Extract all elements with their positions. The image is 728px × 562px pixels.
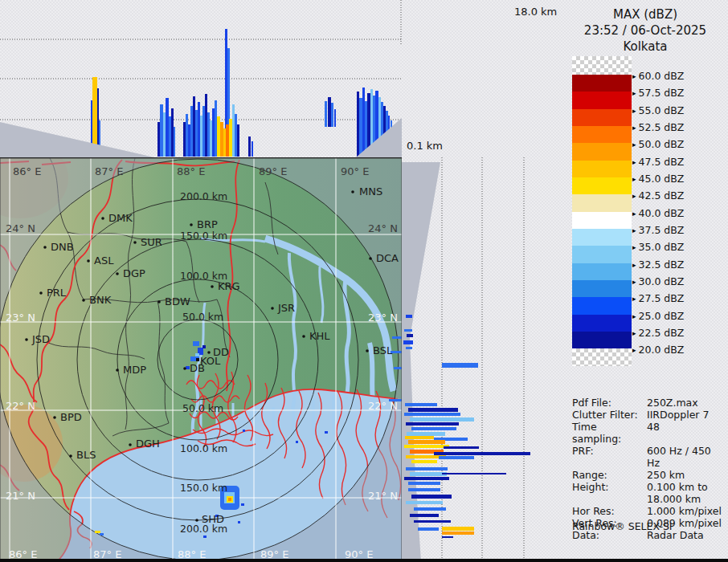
scale-tick-text: 52.5 dBZ — [639, 121, 685, 133]
scale-block — [572, 246, 632, 263]
tick-arrow-icon: ▸ — [632, 192, 636, 200]
city-label-khl: KHL — [309, 330, 330, 342]
radar-display-window: { "header": { "title": "MAX (dBZ)", "dat… — [0, 0, 728, 562]
city-label-mdp: MDP — [123, 364, 146, 376]
ring-label-200s: 200.0 km — [180, 523, 227, 535]
ring-label-150n: 150.0 km — [180, 230, 227, 242]
tick-arrow-icon: ▸ — [632, 329, 636, 337]
scale-tick: ▸42.5 dBZ — [632, 189, 684, 201]
scale-tick: ▸27.5 dBZ — [632, 292, 684, 303]
info-label: PRF: — [572, 445, 647, 469]
lat-label-23n-right: 23° N — [368, 312, 398, 324]
profile-gridlines — [442, 157, 524, 562]
scale-tick-text: 27.5 dBZ — [639, 292, 685, 304]
scale-block — [572, 315, 632, 332]
lat-label-24n-right: 24° N — [368, 222, 398, 234]
scale-tick-text: 57.5 dBZ — [639, 87, 685, 99]
scale-block-below-20 — [572, 348, 632, 366]
info-label: Pdf File: — [572, 397, 647, 409]
info-value: 48 — [647, 421, 726, 445]
scale-tick: ▸45.0 dBZ — [632, 173, 684, 184]
tick-arrow-icon: ▸ — [632, 278, 636, 286]
info-value: 250Z.max — [647, 397, 726, 409]
tick-arrow-icon: ▸ — [632, 312, 636, 320]
lon-label-90e-top: 90° E — [341, 165, 369, 177]
scale-tick-text: 37.5 dBZ — [639, 224, 685, 236]
info-label: Clutter Filter: — [572, 409, 647, 421]
lat-label-23n-left: 23° N — [6, 312, 35, 324]
ring-label-150s: 150.0 km — [180, 482, 227, 494]
info-row: PRF:600 Hz / 450 Hz — [572, 445, 726, 469]
lat-label-22n-left: 22° N — [6, 400, 35, 412]
city-label-jsr: JSR — [277, 302, 295, 314]
lon-label-86e-top: 86° E — [13, 165, 41, 177]
info-value: 250 km — [647, 469, 726, 481]
info-value: 1.000 km/pixel — [647, 505, 726, 517]
tick-arrow-icon: ▸ — [632, 175, 636, 183]
info-value: 18.000 km — [647, 493, 726, 505]
radar-map-panel: MNS DMK BRP DNB SUR ASL DGP KRG PRL BNK … — [0, 157, 402, 560]
scale-block — [572, 297, 632, 314]
tick-arrow-icon: ▸ — [632, 89, 636, 97]
scale-tick-text: 20.0 dBZ — [639, 344, 685, 356]
scale-block — [572, 126, 632, 143]
city-label-sur: SUR — [141, 236, 162, 248]
ew-height-profile-panel — [0, 0, 402, 157]
legend-header: MAX (dBZ) 23:52 / 06-Oct-2025 Kolkata — [562, 6, 728, 55]
scale-block — [572, 194, 632, 211]
info-row: 18.000 km — [572, 493, 726, 505]
tick-arrow-icon: ▸ — [632, 243, 636, 251]
tick-arrow-icon: ▸ — [632, 295, 636, 303]
info-row: Range:250 km — [572, 469, 726, 481]
product-title: MAX (dBZ) — [562, 6, 728, 22]
scale-block — [572, 332, 632, 348]
info-value: 600 Hz / 450 Hz — [647, 445, 726, 469]
scale-tick-text: 60.0 dBZ — [639, 70, 685, 82]
scale-block — [572, 280, 632, 297]
scale-block — [572, 161, 632, 177]
tick-arrow-icon: ▸ — [632, 72, 636, 80]
info-row: Height:0.100 km to — [572, 481, 726, 493]
bottom-black-bar — [0, 559, 728, 562]
ring-label-50s: 50.0 km — [182, 402, 223, 414]
city-label-mns: MNS — [359, 185, 382, 198]
city-label-dgp: DGP — [123, 267, 145, 279]
scale-tick-text: 25.0 dBZ — [639, 310, 685, 322]
software-brand: Rainbow® SELEX-SI — [572, 520, 673, 532]
echo-rows — [403, 315, 530, 538]
scale-tick-text: 47.5 dBZ — [639, 156, 685, 168]
city-label-db: DB — [190, 362, 205, 374]
profile-min-height-label: 0.1 km — [407, 140, 443, 152]
scale-tick-text: 55.0 dBZ — [639, 104, 685, 116]
echo-columns — [91, 29, 392, 157]
scale-tick: ▸60.0 dBZ — [632, 70, 684, 81]
city-label-dmk: DMK — [108, 212, 133, 224]
city-label-bsl: BSL — [373, 344, 393, 356]
profile-gridlines — [0, 0, 402, 120]
product-info-block: Pdf File:250Z.max Clutter Filter:IIRDopp… — [572, 397, 726, 541]
dbz-color-scale — [572, 56, 632, 366]
info-value: 0.100 km to — [647, 481, 726, 493]
tick-arrow-icon: ▸ — [632, 158, 636, 166]
scale-tick: ▸35.0 dBZ — [632, 241, 684, 252]
city-label-bpd: BPD — [60, 411, 82, 423]
scale-tick: ▸30.0 dBZ — [632, 275, 684, 287]
scale-tick-text: 30.0 dBZ — [639, 275, 685, 287]
city-label-asl: ASL — [94, 255, 114, 267]
scale-tick: ▸25.0 dBZ — [632, 310, 684, 321]
scale-block — [572, 75, 632, 92]
scale-tick-text: 22.5 dBZ — [639, 327, 685, 339]
scale-block — [572, 177, 632, 194]
station-name: Kolkata — [562, 39, 728, 55]
info-row: Clutter Filter:IIRDoppler 7 — [572, 409, 726, 421]
scale-tick: ▸47.5 dBZ — [632, 156, 684, 167]
scale-tick: ▸55.0 dBZ — [632, 104, 684, 116]
scale-tick: ▸32.5 dBZ — [632, 259, 684, 270]
scale-tick-text: 50.0 dBZ — [639, 138, 685, 150]
city-label-prl: PRL — [47, 287, 67, 299]
info-label: Height: — [572, 481, 647, 493]
city-label-bdw: BDW — [165, 295, 190, 307]
tick-arrow-icon: ▸ — [632, 107, 636, 115]
product-datetime: 23:52 / 06-Oct-2025 — [562, 22, 728, 39]
city-label-dca: DCA — [376, 252, 399, 264]
